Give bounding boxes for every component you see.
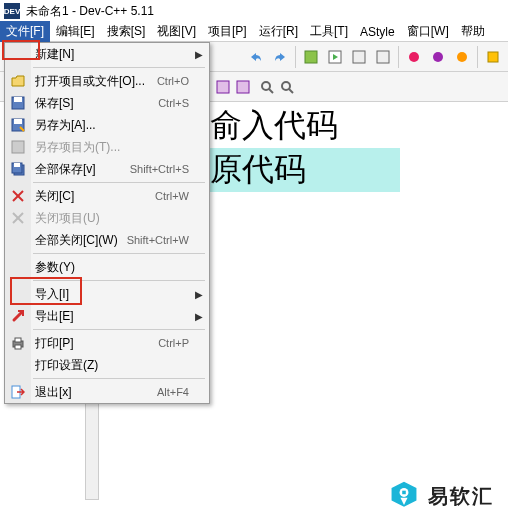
menu-item-0[interactable]: 文件[F] bbox=[0, 21, 50, 42]
menu-row-8[interactable]: 关闭[C]Ctrl+W bbox=[5, 185, 209, 207]
menu-row-10[interactable]: 全部关闭[C](W)Shift+Ctrl+W bbox=[5, 229, 209, 251]
file-menu-dropdown: 新建[N]▶打开项目或文件[O]...Ctrl+O保存[S]Ctrl+S另存为[… bbox=[4, 42, 210, 404]
menubar: 文件[F]编辑[E]搜索[S]视图[V]项目[P]运行[R]工具[T]AStyl… bbox=[0, 22, 508, 42]
app-icon: DEV bbox=[4, 3, 20, 19]
menu-row-label: 导入[I] bbox=[35, 286, 209, 303]
compile-icon[interactable] bbox=[300, 46, 322, 68]
menu-item-5[interactable]: 运行[R] bbox=[253, 21, 304, 42]
menu-row-label: 全部关闭[C](W) bbox=[35, 232, 127, 249]
bookmark-icon[interactable] bbox=[235, 79, 251, 95]
menu-row-label: 打印设置(Z) bbox=[35, 357, 209, 374]
menu-row-label: 另存项目为(T)... bbox=[35, 139, 209, 156]
svg-point-6 bbox=[433, 52, 443, 62]
titlebar: DEV 未命名1 - Dev-C++ 5.11 bbox=[0, 0, 508, 22]
menu-row-4[interactable]: 另存为[A]... bbox=[5, 114, 209, 136]
menu-row-label: 另存为[A]... bbox=[35, 117, 209, 134]
svg-rect-1 bbox=[305, 51, 317, 63]
svg-rect-8 bbox=[488, 52, 498, 62]
submenu-arrow-icon: ▶ bbox=[195, 311, 203, 322]
menu-row-18[interactable]: 打印设置(Z) bbox=[5, 354, 209, 376]
menu-row-20[interactable]: 退出[x]Alt+F4 bbox=[5, 381, 209, 403]
rebuild-icon[interactable] bbox=[372, 46, 394, 68]
menu-row-shortcut: Ctrl+S bbox=[158, 97, 209, 109]
debug-icon[interactable] bbox=[403, 46, 425, 68]
save-icon bbox=[9, 94, 27, 112]
svg-rect-22 bbox=[14, 163, 20, 167]
menu-row-label: 导出[E] bbox=[35, 308, 209, 325]
menu-row-label: 关闭[C] bbox=[35, 188, 155, 205]
menu-row-shortcut: Shift+Ctrl+S bbox=[130, 163, 209, 175]
svg-rect-10 bbox=[237, 81, 249, 93]
svg-rect-4 bbox=[377, 51, 389, 63]
svg-rect-19 bbox=[12, 141, 24, 153]
undo-icon[interactable] bbox=[245, 46, 267, 68]
search-icon[interactable] bbox=[259, 79, 275, 95]
menu-row-shortcut: Shift+Ctrl+W bbox=[127, 234, 209, 246]
menu-row-label: 关闭项目(U) bbox=[35, 210, 209, 227]
menu-row-shortcut: Ctrl+W bbox=[155, 190, 209, 202]
menu-row-label: 打印[P] bbox=[35, 335, 158, 352]
submenu-arrow-icon: ▶ bbox=[195, 49, 203, 60]
debug3-icon[interactable] bbox=[451, 46, 473, 68]
menu-row-label: 新建[N] bbox=[35, 46, 209, 63]
menu-row-label: 参数(Y) bbox=[35, 259, 209, 276]
print-icon bbox=[9, 334, 27, 352]
saveall-icon bbox=[9, 160, 27, 178]
svg-rect-16 bbox=[14, 97, 22, 102]
menu-item-8[interactable]: 窗口[W] bbox=[401, 21, 455, 42]
svg-line-12 bbox=[269, 89, 273, 93]
close-icon bbox=[9, 187, 27, 205]
debug2-icon[interactable] bbox=[427, 46, 449, 68]
saveproj-icon bbox=[9, 138, 27, 156]
menu-row-6[interactable]: 全部保存[v]Shift+Ctrl+S bbox=[5, 158, 209, 180]
exit-icon bbox=[9, 383, 27, 401]
menu-row-label: 退出[x] bbox=[35, 384, 157, 401]
menu-item-7[interactable]: AStyle bbox=[354, 23, 401, 41]
closeproj-icon bbox=[9, 209, 27, 227]
menu-row-3[interactable]: 保存[S]Ctrl+S bbox=[5, 92, 209, 114]
watermark-icon bbox=[388, 480, 420, 512]
submenu-arrow-icon: ▶ bbox=[195, 289, 203, 300]
compile-run-icon[interactable] bbox=[348, 46, 370, 68]
menu-row-5: 另存项目为(T)... bbox=[5, 136, 209, 158]
goto-icon[interactable] bbox=[215, 79, 231, 95]
menu-row-12[interactable]: 参数(Y) bbox=[5, 256, 209, 278]
menu-row-shortcut: Ctrl+O bbox=[157, 75, 209, 87]
menu-row-0[interactable]: 新建[N]▶ bbox=[5, 43, 209, 65]
menu-item-4[interactable]: 项目[P] bbox=[202, 21, 253, 42]
svg-rect-32 bbox=[402, 491, 406, 495]
menu-row-17[interactable]: 打印[P]Ctrl+P bbox=[5, 332, 209, 354]
menu-item-1[interactable]: 编辑[E] bbox=[50, 21, 101, 42]
svg-rect-18 bbox=[14, 119, 22, 124]
window-title: 未命名1 - Dev-C++ 5.11 bbox=[26, 3, 154, 20]
export-icon bbox=[9, 307, 27, 325]
svg-rect-28 bbox=[15, 338, 21, 342]
search2-icon[interactable] bbox=[279, 79, 295, 95]
svg-rect-3 bbox=[353, 51, 365, 63]
svg-point-13 bbox=[282, 82, 290, 90]
svg-point-5 bbox=[409, 52, 419, 62]
watermark-text: 易软汇 bbox=[428, 483, 494, 510]
svg-line-14 bbox=[289, 89, 293, 93]
run-icon[interactable] bbox=[324, 46, 346, 68]
svg-rect-9 bbox=[217, 81, 229, 93]
menu-item-2[interactable]: 搜索[S] bbox=[101, 21, 152, 42]
menu-row-shortcut: Ctrl+P bbox=[158, 337, 209, 349]
saveas-icon bbox=[9, 116, 27, 134]
svg-point-7 bbox=[457, 52, 467, 62]
redo-icon[interactable] bbox=[269, 46, 291, 68]
watermark: 易软汇 bbox=[388, 480, 494, 512]
menu-row-14[interactable]: 导入[I]▶ bbox=[5, 283, 209, 305]
menu-row-2[interactable]: 打开项目或文件[O]...Ctrl+O bbox=[5, 70, 209, 92]
menu-item-3[interactable]: 视图[V] bbox=[151, 21, 202, 42]
menu-item-9[interactable]: 帮助 bbox=[455, 21, 491, 42]
menu-row-label: 保存[S] bbox=[35, 95, 158, 112]
menu-row-15[interactable]: 导出[E]▶ bbox=[5, 305, 209, 327]
svg-point-11 bbox=[262, 82, 270, 90]
menu-row-label: 全部保存[v] bbox=[35, 161, 130, 178]
open-icon bbox=[9, 72, 27, 90]
tool-icon[interactable] bbox=[482, 46, 504, 68]
menu-item-6[interactable]: 工具[T] bbox=[304, 21, 354, 42]
svg-rect-29 bbox=[15, 345, 21, 349]
menu-row-shortcut: Alt+F4 bbox=[157, 386, 209, 398]
